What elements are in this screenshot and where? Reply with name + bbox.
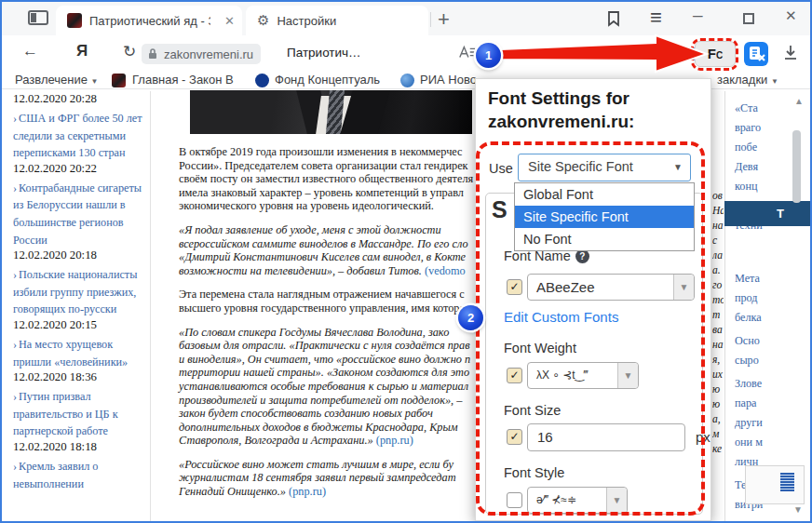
bookmark-item-ria[interactable]: РИА Ново	[420, 73, 476, 87]
gear-icon: ⚙	[257, 12, 269, 29]
annotation-step-1: 1	[476, 43, 501, 68]
font-name-select[interactable]: ABeeZee ▼	[527, 274, 695, 301]
bookmark-item-zakon[interactable]: Главная - Закон В	[132, 73, 237, 87]
minimize-button[interactable]: –	[693, 5, 703, 25]
tab-favicon	[67, 13, 82, 28]
font-size-unit: px	[696, 429, 710, 445]
font-size-label: Font Size	[504, 403, 561, 418]
list-item[interactable]: ›США и ФРГ более 50 лет следили за секре…	[13, 109, 150, 161]
news-date: 12.02.2020 18:36	[13, 369, 150, 385]
popup-title: Font Settings for zakonvremeni.ru:	[488, 87, 702, 133]
bookmark-item-fct[interactable]: Фонд Концептуаль	[275, 73, 385, 87]
chevron-down-icon: ▼	[91, 77, 99, 86]
option-site-specific-font[interactable]: Site Specific Font	[515, 206, 694, 228]
source-link[interactable]: (vedomo	[425, 264, 466, 277]
article-photo	[190, 90, 472, 134]
extension-icon[interactable]	[592, 47, 605, 60]
menu-icon[interactable]: ≡	[650, 6, 662, 30]
sidebar-links[interactable]: Мета прод белка	[735, 269, 810, 328]
article-paragraph: «Я подал заявление об уходе, меня с этой…	[179, 223, 488, 277]
bookmarks-other-folder[interactable]: закладки ▼	[717, 73, 778, 87]
extension-icon[interactable]	[665, 47, 678, 60]
translate-off-icon[interactable]	[744, 42, 768, 66]
side-panel-toggle-icon[interactable]	[28, 10, 48, 25]
tab-title: Настройки	[277, 14, 336, 28]
font-style-checkbox[interactable]	[507, 492, 522, 508]
annotation-step-2: 2	[458, 305, 483, 330]
tab-article[interactable]: Патриотический яд - За ✕	[56, 6, 242, 35]
scroll-down-icon[interactable]: ▼	[793, 504, 803, 515]
bookmark-flag-icon[interactable]	[605, 9, 622, 28]
maximize-button[interactable]	[743, 13, 754, 24]
use-select[interactable]: Site Specific Font ▼	[518, 154, 691, 181]
bullet-icon: ›	[13, 112, 17, 125]
bookmark-favicon	[112, 74, 126, 87]
bookmark-favicon	[255, 74, 269, 87]
download-icon[interactable]	[782, 44, 799, 60]
news-sidebar: 12.02.2020 20:28 ›США и ФРГ более 50 лет…	[9, 91, 151, 521]
use-label: Use	[489, 161, 513, 176]
font-settings-popup: Font Settings for zakonvremeni.ru: S Use…	[475, 78, 711, 521]
font-size-input[interactable]: 16	[527, 423, 685, 451]
list-item[interactable]: ›Польские националисты избили группу при…	[13, 265, 150, 317]
bookmark-favicon	[400, 74, 414, 87]
sidebar-links[interactable]: Злове пара други они м личн	[735, 374, 810, 472]
article-paragraph: «По словам спикера Госдумы Вячеслава Вол…	[179, 326, 488, 448]
bullet-icon: ›	[13, 390, 17, 403]
bullet-icon: ›	[13, 181, 17, 194]
article-clipped-text: ов На на с ла а. го то т ва на я, их ю ю…	[712, 188, 724, 514]
use-select-dropdown: Global Font Site Specific Font No Font	[514, 182, 695, 251]
source-link[interactable]: (pnp.ru)	[376, 434, 413, 447]
sidebar-links[interactable]: Осно сыро	[735, 331, 810, 370]
address-bar[interactable]: zakonvremeni.ru	[142, 44, 261, 64]
reload-icon[interactable]: ↻	[123, 42, 136, 61]
font-changer-extension-icon[interactable]: FC	[695, 41, 736, 67]
back-icon[interactable]: ←	[22, 42, 38, 60]
tab-close-icon[interactable]: ✕	[224, 14, 235, 28]
help-icon[interactable]: ?	[575, 249, 589, 263]
news-date: 12.02.2020 20:18	[13, 248, 150, 263]
option-no-font[interactable]: No Font	[515, 228, 694, 250]
extension-icon[interactable]	[549, 47, 562, 60]
article-paragraph: «Российское вино может стать лучшим в ми…	[179, 458, 488, 499]
bullet-icon: ›	[13, 268, 17, 281]
sidebar-section-header: Т	[724, 201, 812, 226]
new-tab-button[interactable]: +	[438, 7, 450, 32]
list-item[interactable]: ›Контрабандные сигареты из Белоруссии на…	[13, 179, 150, 248]
font-style-label: Font Style	[504, 465, 564, 480]
edit-custom-fonts-link[interactable]: Edit Custom Fonts	[504, 309, 618, 325]
tab-divider	[430, 12, 431, 27]
option-global-font[interactable]: Global Font	[515, 183, 694, 206]
extension-icon[interactable]	[639, 47, 652, 60]
bullet-icon: ›	[13, 338, 17, 351]
reader-mode-icon[interactable]	[458, 45, 477, 60]
font-size-checkbox[interactable]: ✓	[507, 429, 522, 445]
scrollbar-thumb[interactable]	[792, 130, 801, 203]
list-item[interactable]: ›На место хрущевок пришли «человейники»	[13, 335, 150, 369]
close-button[interactable]: ✕	[785, 7, 797, 24]
font-weight-label: Font Weight	[504, 341, 576, 355]
font-name-checkbox[interactable]: ✓	[507, 279, 522, 295]
url-page-title: Патриотич…	[287, 46, 361, 60]
counter-badge-icon	[780, 473, 794, 491]
chevron-down-icon: ▼	[606, 488, 627, 513]
scroll-up-icon[interactable]: ▲	[794, 96, 804, 106]
font-weight-checkbox[interactable]: ✓	[507, 368, 522, 383]
list-item[interactable]: ›Кремль заявил о невыполнении	[13, 457, 150, 491]
url-domain: zakonvremeni.ru	[164, 47, 253, 61]
tab-settings[interactable]: ⚙ Настройки	[246, 6, 428, 35]
news-date: 12.02.2020 20:15	[13, 317, 150, 333]
news-date: 12.02.2020 20:28	[13, 91, 150, 107]
sidebar-links[interactable]: Что в микр вита	[735, 518, 810, 521]
bookmark-folder-entertainment[interactable]: Развлечение ▼	[15, 73, 99, 87]
chevron-down-icon: ▼	[771, 77, 778, 86]
browser-window: Патриотический яд - За ✕ ⚙ Настройки + ≡…	[0, 0, 812, 523]
source-link[interactable]: (pnp.ru)	[289, 485, 326, 498]
list-item[interactable]: ›Путин призвал правительство и ЦБ к парт…	[13, 387, 150, 439]
font-weight-select[interactable]: λX ∘ ⊰t‿‴ ▼	[527, 362, 639, 389]
bullet-icon: ›	[13, 460, 17, 473]
extension-icon[interactable]	[520, 47, 533, 60]
font-style-select[interactable]: ə∕‴ ⊀≈≑ ▼	[527, 487, 628, 514]
yandex-icon[interactable]: Я	[76, 42, 88, 60]
section-heading-clipped: S	[492, 196, 508, 223]
